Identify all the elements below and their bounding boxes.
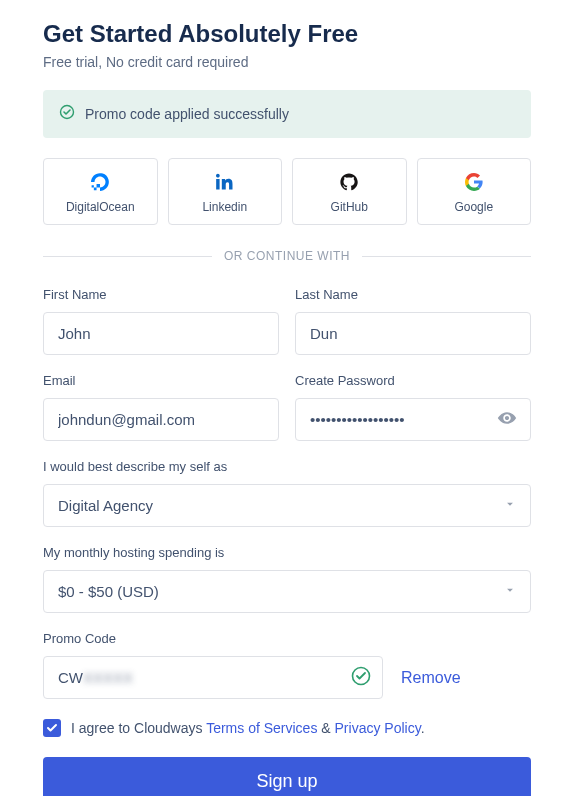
first-name-input[interactable] xyxy=(43,312,279,355)
divider: OR CONTINUE WITH xyxy=(43,249,531,263)
digitalocean-icon xyxy=(91,173,109,194)
promo-banner-text: Promo code applied successfully xyxy=(85,106,289,122)
linkedin-icon xyxy=(216,173,234,194)
spending-label: My monthly hosting spending is xyxy=(43,545,531,560)
password-input[interactable] xyxy=(295,398,531,441)
password-label: Create Password xyxy=(295,373,531,388)
google-icon xyxy=(465,173,483,194)
promo-input[interactable]: CWXXXXX xyxy=(43,656,383,699)
check-circle-icon xyxy=(59,104,75,124)
first-name-label: First Name xyxy=(43,287,279,302)
agree-text: I agree to Cloudways Terms of Services &… xyxy=(71,720,425,736)
check-circle-icon xyxy=(351,666,371,690)
digitalocean-button[interactable]: DigitalOcean xyxy=(43,158,158,225)
github-button[interactable]: GitHub xyxy=(292,158,407,225)
agree-checkbox[interactable] xyxy=(43,719,61,737)
signup-button[interactable]: Sign up xyxy=(43,757,531,796)
remove-link[interactable]: Remove xyxy=(401,669,461,687)
terms-link[interactable]: Terms of Services xyxy=(206,720,317,736)
email-input[interactable] xyxy=(43,398,279,441)
linkedin-button[interactable]: Linkedin xyxy=(168,158,283,225)
last-name-input[interactable] xyxy=(295,312,531,355)
spending-select[interactable]: $0 - $50 (USD) xyxy=(43,570,531,613)
privacy-link[interactable]: Privacy Policy xyxy=(335,720,421,736)
social-label: GitHub xyxy=(331,200,368,214)
eye-icon[interactable] xyxy=(497,408,517,432)
promo-label: Promo Code xyxy=(43,631,531,646)
divider-text: OR CONTINUE WITH xyxy=(224,249,350,263)
describe-select[interactable]: Digital Agency xyxy=(43,484,531,527)
last-name-label: Last Name xyxy=(295,287,531,302)
email-label: Email xyxy=(43,373,279,388)
describe-label: I would best describe my self as xyxy=(43,459,531,474)
social-label: Linkedin xyxy=(202,200,247,214)
page-subtitle: Free trial, No credit card required xyxy=(43,54,531,70)
social-label: DigitalOcean xyxy=(66,200,135,214)
promo-banner: Promo code applied successfully xyxy=(43,90,531,138)
github-icon xyxy=(340,173,358,194)
social-label: Google xyxy=(454,200,493,214)
google-button[interactable]: Google xyxy=(417,158,532,225)
page-title: Get Started Absolutely Free xyxy=(43,20,531,48)
